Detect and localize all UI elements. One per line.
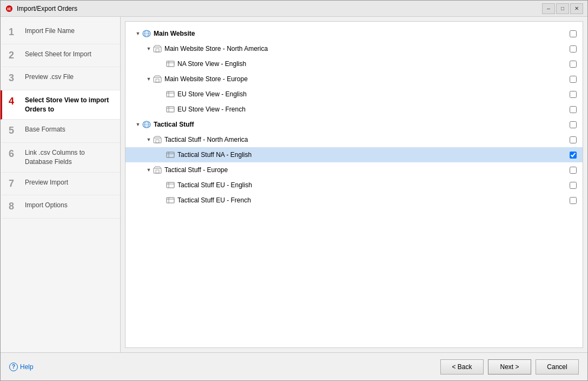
checkbox-cell-main-website-store-na[interactable] — [567, 43, 578, 54]
checkbox-tactical-stuff-europe[interactable] — [570, 167, 577, 174]
checkbox-cell-tactical-stuff[interactable] — [567, 119, 578, 130]
sidebar-item-6[interactable]: 6 Link .csv Columns to Database Fields — [1, 143, 120, 173]
label-tactical-stuff: Tactical Stuff — [154, 121, 567, 128]
checkbox-cell-tactical-stuff-na-english[interactable] — [567, 149, 578, 160]
tree-row-na-store-view-english[interactable]: NA Store View - English — [125, 56, 583, 71]
sidebar-item-7[interactable]: 7 Preview Import — [1, 173, 120, 196]
icon-eu-store-view-english — [166, 90, 175, 98]
svg-rect-32 — [167, 182, 174, 188]
svg-rect-35 — [167, 198, 174, 203]
sidebar-item-4[interactable]: 4 Select Store View to import Orders to — [1, 90, 120, 120]
checkbox-cell-main-website[interactable] — [567, 28, 578, 39]
tree-row-main-website-store-europe[interactable]: ▼ Main Website Store - Europe — [125, 71, 583, 87]
sidebar-item-8[interactable]: 8 Import Options — [1, 195, 120, 219]
tree-row-tactical-stuff-eu-english[interactable]: Tactical Stuff EU - English — [125, 178, 583, 193]
svg-text:IE: IE — [7, 6, 11, 11]
checkbox-cell-tactical-stuff-eu-english[interactable] — [567, 180, 578, 190]
help-label: Help — [20, 363, 34, 371]
svg-rect-17 — [167, 107, 174, 112]
sidebar-item-3[interactable]: 3 Preview .csv File — [1, 67, 120, 90]
checkbox-cell-main-website-store-europe[interactable] — [567, 74, 578, 84]
svg-rect-7 — [154, 47, 161, 52]
sidebar-item-1[interactable]: 1 Import File Name — [1, 21, 120, 44]
label-main-website-store-na: Main Website Store - North America — [164, 45, 567, 52]
footer-buttons: < Back Next > Cancel — [440, 359, 579, 375]
restore-button[interactable]: □ — [556, 3, 569, 14]
checkbox-tactical-stuff-eu-french[interactable] — [570, 197, 577, 204]
chevron-placeholder-tactical-stuff-eu-french — [158, 196, 166, 204]
app-icon: IE — [5, 4, 14, 13]
checkbox-tactical-stuff-na-english[interactable] — [570, 152, 577, 159]
sidebar-item-2[interactable]: 2 Select Sheet for Import — [1, 44, 120, 68]
tree-row-main-website-store-na[interactable]: ▼ Main Website Store - North America — [125, 41, 583, 56]
icon-eu-store-view-french — [166, 106, 175, 113]
label-eu-store-view-french: EU Store View - French — [177, 106, 567, 113]
step-number-2: 2 — [9, 50, 19, 62]
title-bar: IE Import/Export Orders – □ ✕ — [1, 1, 587, 17]
main-content: 1 Import File Name 2 Select Sheet for Im… — [1, 17, 587, 352]
step-label-3: Preview .csv File — [25, 73, 74, 82]
checkbox-main-website[interactable] — [570, 30, 577, 37]
chevron-main-website-store-na[interactable]: ▼ — [145, 45, 153, 52]
footer: ? Help < Back Next > Cancel — [1, 352, 587, 380]
sidebar-item-5[interactable]: 5 Base Formats — [1, 120, 120, 143]
tree-row-eu-store-view-french[interactable]: EU Store View - French — [125, 102, 583, 117]
tree-row-main-website[interactable]: ▼ Main Website — [125, 26, 583, 41]
minimize-button[interactable]: – — [542, 3, 555, 14]
icon-tactical-stuff-eu-french — [166, 196, 175, 204]
checkbox-eu-store-view-french[interactable] — [570, 106, 577, 113]
checkbox-cell-na-store-view-english[interactable] — [567, 58, 578, 69]
checkbox-tactical-stuff-na[interactable] — [570, 136, 577, 143]
cancel-button[interactable]: Cancel — [536, 359, 579, 375]
step-number-8: 8 — [9, 201, 19, 213]
checkbox-main-website-store-europe[interactable] — [570, 76, 577, 83]
step-label-1: Import File Name — [25, 27, 75, 36]
checkbox-cell-tactical-stuff-eu-french[interactable] — [567, 195, 578, 206]
close-button[interactable]: ✕ — [570, 3, 583, 14]
icon-na-store-view-english — [166, 60, 175, 68]
chevron-tactical-stuff-europe[interactable]: ▼ — [145, 166, 153, 174]
checkbox-tactical-stuff[interactable] — [570, 121, 577, 128]
window-controls: – □ ✕ — [542, 3, 583, 14]
svg-rect-14 — [167, 91, 174, 97]
step-number-1: 1 — [9, 27, 19, 38]
checkbox-tactical-stuff-eu-english[interactable] — [570, 182, 577, 189]
chevron-tactical-stuff[interactable]: ▼ — [134, 121, 142, 128]
checkbox-cell-eu-store-view-english[interactable] — [567, 89, 578, 100]
chevron-tactical-stuff-na[interactable]: ▼ — [145, 136, 153, 143]
tree-row-eu-store-view-english[interactable]: EU Store View - English — [125, 87, 583, 102]
store-tree[interactable]: ▼ Main Website ▼ Main Website Store - No… — [125, 21, 583, 348]
step-label-8: Import Options — [25, 201, 68, 210]
help-link[interactable]: ? Help — [9, 363, 34, 371]
back-button[interactable]: < Back — [440, 359, 484, 375]
tree-row-tactical-stuff-eu-french[interactable]: Tactical Stuff EU - French — [125, 193, 583, 208]
label-tactical-stuff-europe: Tactical Stuff - Europe — [164, 166, 567, 174]
svg-rect-8 — [156, 49, 159, 52]
icon-main-website-store-europe — [153, 75, 162, 83]
label-eu-store-view-english: EU Store View - English — [177, 90, 567, 98]
sidebar: 1 Import File Name 2 Select Sheet for Im… — [1, 17, 121, 352]
checkbox-cell-eu-store-view-french[interactable] — [567, 104, 578, 115]
svg-rect-25 — [154, 138, 161, 143]
step-label-6: Link .csv Columns to Database Fields — [25, 148, 114, 167]
checkbox-eu-store-view-english[interactable] — [570, 91, 577, 98]
next-button[interactable]: Next > — [488, 359, 531, 375]
checkbox-na-store-view-english[interactable] — [570, 61, 577, 68]
checkbox-main-website-store-na[interactable] — [570, 45, 577, 52]
svg-rect-12 — [154, 77, 161, 82]
chevron-placeholder-tactical-stuff-eu-english — [158, 181, 166, 189]
tree-row-tactical-stuff-na-english[interactable]: Tactical Stuff NA - English — [125, 147, 583, 162]
step-label-2: Select Sheet for Import — [25, 50, 91, 59]
tree-row-tactical-stuff[interactable]: ▼ Tactical Stuff — [125, 117, 583, 132]
icon-tactical-stuff-europe — [153, 166, 162, 174]
svg-rect-27 — [167, 152, 174, 157]
chevron-main-website[interactable]: ▼ — [134, 30, 142, 37]
chevron-placeholder-tactical-stuff-na-english — [158, 151, 166, 159]
icon-main-website — [142, 30, 151, 37]
checkbox-cell-tactical-stuff-na[interactable] — [567, 134, 578, 145]
tree-row-tactical-stuff-na[interactable]: ▼ Tactical Stuff - North America — [125, 132, 583, 147]
checkbox-cell-tactical-stuff-europe[interactable] — [567, 165, 578, 175]
label-main-website-store-europe: Main Website Store - Europe — [164, 75, 567, 83]
chevron-main-website-store-europe[interactable]: ▼ — [145, 75, 153, 83]
tree-row-tactical-stuff-europe[interactable]: ▼ Tactical Stuff - Europe — [125, 162, 583, 178]
